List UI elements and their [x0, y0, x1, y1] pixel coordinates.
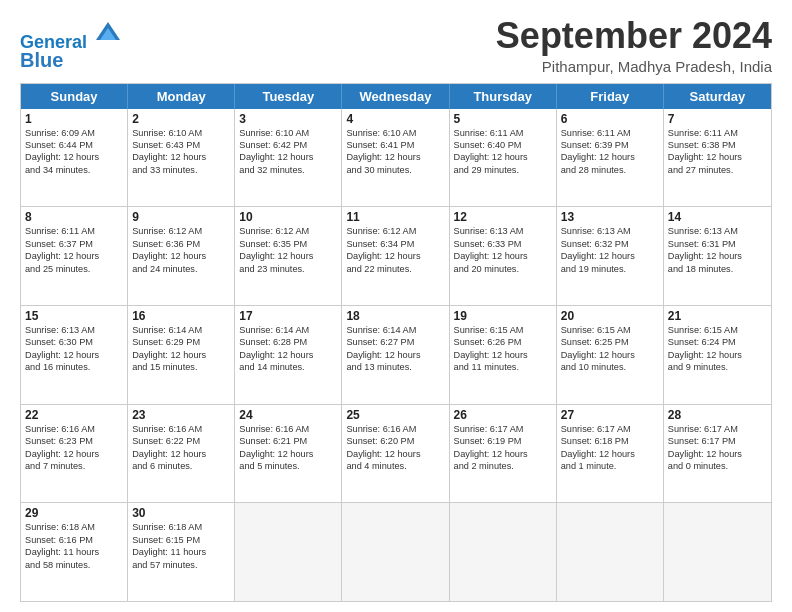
- cell-line: Sunset: 6:16 PM: [25, 534, 123, 546]
- cell-line: Sunrise: 6:10 AM: [132, 127, 230, 139]
- cell-line: Sunset: 6:20 PM: [346, 435, 444, 447]
- day-header-saturday: Saturday: [664, 84, 771, 109]
- cal-cell-29: 29Sunrise: 6:18 AMSunset: 6:16 PMDayligh…: [21, 503, 128, 601]
- cell-line: Sunset: 6:23 PM: [25, 435, 123, 447]
- cell-line: Sunset: 6:15 PM: [132, 534, 230, 546]
- day-number: 18: [346, 309, 444, 323]
- cell-line: Daylight: 12 hours: [25, 349, 123, 361]
- cell-line: and 22 minutes.: [346, 263, 444, 275]
- cell-line: and 15 minutes.: [132, 361, 230, 373]
- day-number: 9: [132, 210, 230, 224]
- cell-line: Sunrise: 6:13 AM: [454, 225, 552, 237]
- day-number: 8: [25, 210, 123, 224]
- cell-line: Sunrise: 6:10 AM: [239, 127, 337, 139]
- cell-line: and 58 minutes.: [25, 559, 123, 571]
- cell-line: Sunset: 6:39 PM: [561, 139, 659, 151]
- cal-cell-17: 17Sunrise: 6:14 AMSunset: 6:28 PMDayligh…: [235, 306, 342, 404]
- cal-cell-28: 28Sunrise: 6:17 AMSunset: 6:17 PMDayligh…: [664, 405, 771, 503]
- day-number: 27: [561, 408, 659, 422]
- cal-row-5: 29Sunrise: 6:18 AMSunset: 6:16 PMDayligh…: [21, 502, 771, 601]
- cell-line: Sunset: 6:17 PM: [668, 435, 767, 447]
- cal-cell-empty: [235, 503, 342, 601]
- cell-line: Daylight: 12 hours: [132, 448, 230, 460]
- cal-cell-19: 19Sunrise: 6:15 AMSunset: 6:26 PMDayligh…: [450, 306, 557, 404]
- cell-line: and 0 minutes.: [668, 460, 767, 472]
- cell-line: Sunrise: 6:17 AM: [668, 423, 767, 435]
- title-block: September 2024 Pithampur, Madhya Pradesh…: [496, 16, 772, 75]
- day-number: 26: [454, 408, 552, 422]
- month-title: September 2024: [496, 16, 772, 56]
- cell-line: Daylight: 12 hours: [668, 151, 767, 163]
- day-number: 7: [668, 112, 767, 126]
- cell-line: Daylight: 12 hours: [454, 349, 552, 361]
- day-header-thursday: Thursday: [450, 84, 557, 109]
- subtitle: Pithampur, Madhya Pradesh, India: [496, 58, 772, 75]
- cell-line: and 6 minutes.: [132, 460, 230, 472]
- cell-line: Daylight: 12 hours: [561, 250, 659, 262]
- cell-line: Daylight: 12 hours: [346, 250, 444, 262]
- cell-line: and 4 minutes.: [346, 460, 444, 472]
- cell-line: Sunrise: 6:13 AM: [25, 324, 123, 336]
- cell-line: Sunrise: 6:14 AM: [346, 324, 444, 336]
- cell-line: Sunrise: 6:11 AM: [668, 127, 767, 139]
- day-number: 2: [132, 112, 230, 126]
- cell-line: and 25 minutes.: [25, 263, 123, 275]
- cell-line: Sunrise: 6:18 AM: [132, 521, 230, 533]
- cell-line: Sunset: 6:26 PM: [454, 336, 552, 348]
- cell-line: Sunset: 6:32 PM: [561, 238, 659, 250]
- cell-line: and 7 minutes.: [25, 460, 123, 472]
- cell-line: Sunrise: 6:15 AM: [454, 324, 552, 336]
- day-header-monday: Monday: [128, 84, 235, 109]
- day-number: 5: [454, 112, 552, 126]
- cal-cell-24: 24Sunrise: 6:16 AMSunset: 6:21 PMDayligh…: [235, 405, 342, 503]
- day-number: 16: [132, 309, 230, 323]
- cell-line: Sunset: 6:43 PM: [132, 139, 230, 151]
- logo-text: General: [20, 20, 122, 53]
- cal-cell-7: 7Sunrise: 6:11 AMSunset: 6:38 PMDaylight…: [664, 109, 771, 207]
- cal-cell-8: 8Sunrise: 6:11 AMSunset: 6:37 PMDaylight…: [21, 207, 128, 305]
- cell-line: Daylight: 12 hours: [346, 448, 444, 460]
- cell-line: and 20 minutes.: [454, 263, 552, 275]
- day-number: 28: [668, 408, 767, 422]
- cell-line: Sunset: 6:40 PM: [454, 139, 552, 151]
- day-number: 19: [454, 309, 552, 323]
- day-number: 29: [25, 506, 123, 520]
- day-header-sunday: Sunday: [21, 84, 128, 109]
- day-header-friday: Friday: [557, 84, 664, 109]
- cell-line: Sunset: 6:41 PM: [346, 139, 444, 151]
- cal-cell-14: 14Sunrise: 6:13 AMSunset: 6:31 PMDayligh…: [664, 207, 771, 305]
- cell-line: Sunset: 6:21 PM: [239, 435, 337, 447]
- cell-line: and 1 minute.: [561, 460, 659, 472]
- cell-line: Daylight: 12 hours: [132, 151, 230, 163]
- cell-line: Daylight: 12 hours: [561, 349, 659, 361]
- cell-line: Sunset: 6:28 PM: [239, 336, 337, 348]
- cell-line: Daylight: 12 hours: [239, 448, 337, 460]
- day-number: 23: [132, 408, 230, 422]
- cal-cell-22: 22Sunrise: 6:16 AMSunset: 6:23 PMDayligh…: [21, 405, 128, 503]
- cell-line: Sunrise: 6:17 AM: [454, 423, 552, 435]
- cell-line: Sunrise: 6:11 AM: [454, 127, 552, 139]
- cell-line: Sunset: 6:36 PM: [132, 238, 230, 250]
- logo-icon: [94, 20, 122, 48]
- cell-line: and 23 minutes.: [239, 263, 337, 275]
- logo: General Blue: [20, 20, 122, 71]
- cal-cell-23: 23Sunrise: 6:16 AMSunset: 6:22 PMDayligh…: [128, 405, 235, 503]
- cell-line: Sunset: 6:35 PM: [239, 238, 337, 250]
- page: General Blue September 2024 Pithampur, M…: [0, 0, 792, 612]
- cal-cell-1: 1Sunrise: 6:09 AMSunset: 6:44 PMDaylight…: [21, 109, 128, 207]
- day-number: 4: [346, 112, 444, 126]
- cell-line: Sunrise: 6:10 AM: [346, 127, 444, 139]
- cal-cell-3: 3Sunrise: 6:10 AMSunset: 6:42 PMDaylight…: [235, 109, 342, 207]
- cal-cell-20: 20Sunrise: 6:15 AMSunset: 6:25 PMDayligh…: [557, 306, 664, 404]
- cell-line: and 57 minutes.: [132, 559, 230, 571]
- cal-row-2: 8Sunrise: 6:11 AMSunset: 6:37 PMDaylight…: [21, 206, 771, 305]
- cell-line: Sunset: 6:38 PM: [668, 139, 767, 151]
- cell-line: Daylight: 12 hours: [239, 250, 337, 262]
- cal-cell-11: 11Sunrise: 6:12 AMSunset: 6:34 PMDayligh…: [342, 207, 449, 305]
- cell-line: and 14 minutes.: [239, 361, 337, 373]
- cal-row-3: 15Sunrise: 6:13 AMSunset: 6:30 PMDayligh…: [21, 305, 771, 404]
- cell-line: Sunset: 6:33 PM: [454, 238, 552, 250]
- day-number: 11: [346, 210, 444, 224]
- cell-line: Daylight: 12 hours: [668, 349, 767, 361]
- cell-line: Daylight: 12 hours: [25, 250, 123, 262]
